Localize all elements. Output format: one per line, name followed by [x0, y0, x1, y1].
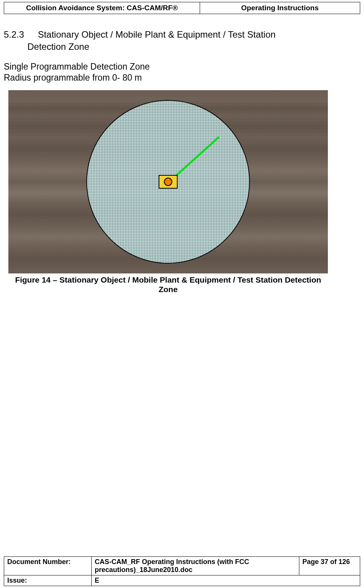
header-right: Operating Instructions	[200, 2, 360, 14]
footer-issue-value: E	[92, 575, 360, 586]
center-marker-box	[159, 175, 178, 189]
footer-docnum-label: Document Number:	[4, 557, 92, 575]
header-table: Collision Avoidance System: CAS-CAM/RF® …	[4, 2, 360, 14]
figure-caption-line1: Figure 14 – Stationary Object / Mobile P…	[8, 275, 328, 284]
figure-wrap: Figure 14 – Stationary Object / Mobile P…	[8, 90, 328, 294]
figure-caption: Figure 14 – Stationary Object / Mobile P…	[8, 275, 328, 294]
section-heading: 5.2.3 Stationary Object / Mobile Plant &…	[4, 29, 360, 40]
section-title-line2: Detection Zone	[4, 41, 360, 52]
footer-issue-label: Issue:	[4, 575, 92, 586]
header-left: Collision Avoidance System: CAS-CAM/RF®	[4, 2, 200, 14]
center-marker-dot	[164, 178, 172, 186]
section-number: 5.2.3	[4, 29, 38, 40]
figure-caption-line2: Zone	[8, 284, 328, 294]
body-text: Single Programmable Detection Zone Radiu…	[4, 61, 360, 83]
body-line1: Single Programmable Detection Zone	[4, 61, 360, 72]
body-line2: Radius programmable from 0- 80 m	[4, 72, 360, 83]
footer-table: Document Number: CAS-CAM_RF Operating In…	[4, 556, 360, 586]
footer-page: Page 37 of 126	[299, 557, 360, 575]
document-page: Collision Avoidance System: CAS-CAM/RF® …	[0, 0, 364, 588]
content-area: 5.2.3 Stationary Object / Mobile Plant &…	[0, 14, 364, 556]
footer-docnum-value: CAS-CAM_RF Operating Instructions (with …	[92, 557, 299, 575]
figure-background	[8, 90, 328, 273]
section-title-line1: Stationary Object / Mobile Plant & Equip…	[38, 29, 360, 40]
